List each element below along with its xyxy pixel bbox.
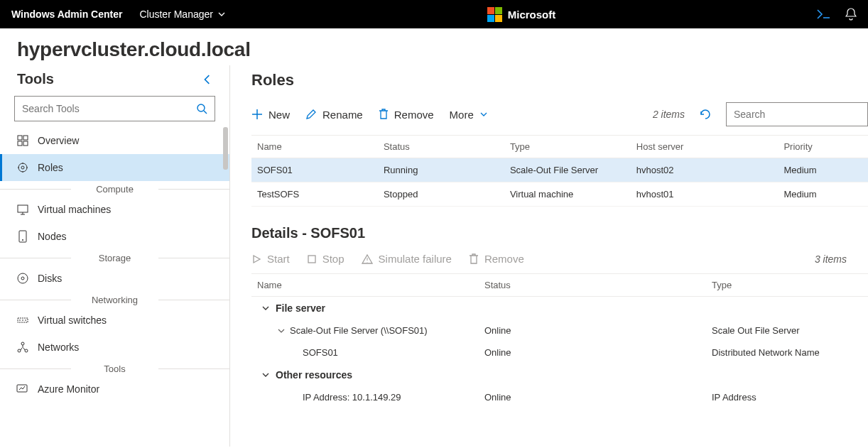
cell-priority: Medium xyxy=(783,189,868,200)
nav-item-azure-monitor[interactable]: Azure Monitor xyxy=(0,376,229,403)
svg-point-6 xyxy=(21,166,24,169)
svg-point-15 xyxy=(21,342,24,345)
notifications-icon[interactable] xyxy=(845,8,857,21)
details-table-header: Name Status Type xyxy=(251,273,868,297)
cell-status: Stopped xyxy=(384,189,510,200)
dcell-name: IP Address: 10.1.149.29 xyxy=(257,392,484,403)
nav-item-label: Networks xyxy=(38,342,79,353)
nav-item-networks[interactable]: Networks xyxy=(0,334,229,361)
start-label: Start xyxy=(267,253,290,265)
dcell-name: Scale-Out File Server (\\SOFS01) xyxy=(290,325,428,336)
dcell-type: IP Address xyxy=(712,392,868,403)
col-host[interactable]: Host server xyxy=(636,141,784,152)
svg-point-5 xyxy=(18,163,27,172)
warning-icon xyxy=(362,254,373,264)
remove-button[interactable]: Remove xyxy=(379,109,434,121)
svg-rect-2 xyxy=(23,136,28,140)
tools-search[interactable] xyxy=(14,96,215,121)
details-group-fileserver[interactable]: File server xyxy=(251,297,868,319)
dcol-name[interactable]: Name xyxy=(257,280,484,290)
cell-priority: Medium xyxy=(783,165,868,175)
details-remove-button[interactable]: Remove xyxy=(469,253,524,265)
nav-item-roles[interactable]: Roles xyxy=(0,154,229,181)
table-row[interactable]: SOFS01 Running Scale-Out File Server hvh… xyxy=(251,158,868,182)
microsoft-logo: Microsoft xyxy=(487,7,556,22)
details-row[interactable]: Scale-Out File Server (\\SOFS01) Online … xyxy=(251,319,868,342)
nav-item-disks[interactable]: Disks xyxy=(0,265,229,292)
collapse-sidebar-button[interactable] xyxy=(202,75,212,84)
dcell-name: SOFS01 xyxy=(257,347,484,358)
roles-icon xyxy=(16,161,29,174)
cell-name: SOFS01 xyxy=(257,165,384,175)
plus-icon xyxy=(251,109,263,120)
nav-group-storage: Storage xyxy=(0,250,229,265)
main-content: Roles New Rename Remove More 2 items xyxy=(230,65,868,447)
pencil-icon xyxy=(305,109,317,120)
stop-label: Stop xyxy=(322,253,345,265)
details-toolbar: Start Stop Simulate failure Remove 3 ite… xyxy=(251,253,868,273)
more-button[interactable]: More xyxy=(450,109,488,121)
new-button[interactable]: New xyxy=(251,109,290,121)
details-row[interactable]: SOFS01 Online Distributed Network Name xyxy=(251,342,868,364)
nav-item-label: Roles xyxy=(38,162,63,173)
cell-host: hvhost02 xyxy=(636,165,784,175)
dcell-type: Scale Out File Server xyxy=(712,325,868,336)
nodes-icon xyxy=(16,230,29,243)
svg-rect-4 xyxy=(23,141,28,146)
col-status[interactable]: Status xyxy=(384,141,510,152)
tools-search-input[interactable] xyxy=(22,103,196,114)
rename-button[interactable]: Rename xyxy=(305,109,363,121)
simfail-label: Simulate failure xyxy=(379,253,452,265)
tools-nav: Overview Roles Compute Virtual machines xyxy=(0,127,229,403)
dcell-status: Online xyxy=(484,325,712,336)
svg-rect-7 xyxy=(18,205,28,212)
col-type[interactable]: Type xyxy=(510,141,636,152)
nav-group-compute: Compute xyxy=(0,181,229,196)
disks-icon xyxy=(16,272,29,285)
start-button[interactable]: Start xyxy=(251,253,290,265)
details-remove-label: Remove xyxy=(484,253,524,265)
refresh-button[interactable] xyxy=(699,108,712,121)
app-title: Windows Admin Center xyxy=(11,9,122,20)
svg-point-13 xyxy=(18,349,21,352)
group-label: Other resources xyxy=(276,369,352,381)
simulate-failure-button[interactable]: Simulate failure xyxy=(362,253,452,265)
stop-button[interactable]: Stop xyxy=(307,253,345,265)
nav-item-label: Virtual switches xyxy=(38,315,107,326)
more-label: More xyxy=(450,109,474,121)
svg-point-10 xyxy=(18,273,28,283)
col-name[interactable]: Name xyxy=(257,141,384,152)
dcell-status: Online xyxy=(484,347,712,358)
svg-rect-1 xyxy=(18,136,22,140)
context-switcher[interactable]: Cluster Manager xyxy=(139,9,226,20)
nav-item-label: Azure Monitor xyxy=(38,383,99,395)
nav-item-label: Nodes xyxy=(38,231,66,242)
cell-status: Running xyxy=(384,165,510,175)
dcell-type: Distributed Network Name xyxy=(712,347,868,358)
roles-table-header: Name Status Type Host server Priority xyxy=(251,135,868,158)
powershell-icon[interactable] xyxy=(817,9,831,19)
microsoft-logo-icon xyxy=(487,7,502,22)
azure-monitor-icon xyxy=(16,383,29,395)
svg-rect-3 xyxy=(18,141,22,146)
nav-item-overview[interactable]: Overview xyxy=(0,127,229,154)
chevron-down-icon xyxy=(261,304,270,312)
details-group-other[interactable]: Other resources xyxy=(251,364,868,386)
chevron-down-icon xyxy=(217,10,226,18)
nav-item-virtual-switches[interactable]: Virtual switches xyxy=(0,307,229,334)
search-icon xyxy=(196,103,207,114)
svg-point-14 xyxy=(25,349,28,352)
virtual-switches-icon xyxy=(16,314,29,327)
nav-item-nodes[interactable]: Nodes xyxy=(0,223,229,250)
details-row[interactable]: IP Address: 10.1.149.29 Online IP Addres… xyxy=(251,386,868,408)
sidebar-scrollbar[interactable] xyxy=(223,127,228,170)
dcol-type[interactable]: Type xyxy=(712,280,868,290)
cluster-name: hypervcluster.cloud.local xyxy=(17,38,851,61)
table-row[interactable]: TestSOFS Stopped Virtual machine hvhost0… xyxy=(251,182,868,207)
nav-item-virtual-machines[interactable]: Virtual machines xyxy=(0,196,229,223)
stop-icon xyxy=(307,254,317,264)
roles-search-input[interactable] xyxy=(726,102,868,126)
col-priority[interactable]: Priority xyxy=(783,141,868,152)
dcol-status[interactable]: Status xyxy=(484,280,712,290)
chevron-down-icon xyxy=(479,110,488,119)
